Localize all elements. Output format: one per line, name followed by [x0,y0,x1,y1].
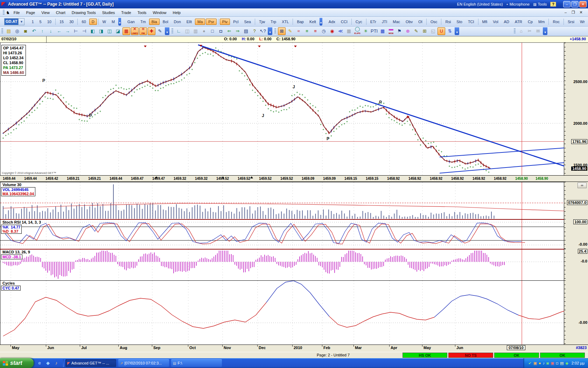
timeframe-10-button[interactable]: 10 [45,19,54,25]
study-mfi-button[interactable]: Mfi [480,19,490,25]
timeframe-5-button[interactable]: 5 [37,19,44,25]
menu-file[interactable]: File [10,10,23,15]
time-cycle-tool[interactable]: ◷ [320,27,328,35]
media-quicklaunch[interactable]: ♪ [53,360,59,366]
portfolio-button[interactable]: ▥ [192,27,200,35]
child-window-icon[interactable]: ♞ [6,10,10,15]
last-bar-button[interactable]: ⊣ [80,27,88,35]
crosshair-toggle[interactable]: ✚ [148,27,155,35]
study-rsi-button[interactable]: Rsi [443,19,453,25]
timeframe-30-button[interactable]: 30 [67,19,76,25]
study-mm-button[interactable]: Mm [536,19,547,25]
study-bia-button[interactable]: Bia [149,19,160,25]
elliott-wave-tool[interactable]: ≈ [295,27,302,35]
feedback-button[interactable]: ✉ [534,27,542,35]
taskbar-task[interactable]: ↗[07/02/2010 07:02:3... [118,359,169,367]
study-adx-button[interactable]: Adx [326,19,338,25]
annotate-page-button[interactable]: ✎ [156,27,164,35]
regression-grid-tool[interactable]: ▦ [379,27,386,35]
timeframe-60-button[interactable]: 60 [79,19,88,25]
study-don-button[interactable]: Don [172,19,183,25]
scroll-left-button[interactable]: ← [55,27,63,35]
child-close-button[interactable]: ✕ [578,10,584,15]
study-vol-button[interactable]: Vol [490,19,500,25]
restore-button[interactable]: ❐ [571,1,579,7]
study-wr-button[interactable]: Wr [578,19,587,25]
child-restore-button[interactable]: ❐ [570,10,576,15]
timeframe-15-button[interactable]: 15 [57,19,66,25]
study-etr-button[interactable]: ETr [368,19,379,25]
menu-studies[interactable]: Studies [99,10,118,15]
stoch-rsi-plot[interactable]: Stoch RSI 14, 14, 3, 3 %K 14.77 %D 8.37 [0,219,564,249]
ellipse-tool[interactable]: ◯ELIPS [354,27,361,35]
taskbar-task[interactable]: ▤F:\ [171,359,222,367]
undo-button[interactable]: ⇐ [225,27,233,35]
save-page-button[interactable]: ◘ [217,27,225,35]
study-cp-button[interactable]: Cp [525,19,535,25]
study-atr-button[interactable]: ATR [512,19,525,25]
chart-settings-button[interactable]: ∟ [175,27,183,35]
magnet-toggle[interactable]: U [438,27,445,35]
study-tci-button[interactable]: TCI [465,19,477,25]
macd-plot[interactable]: MACD 13, 26, 9 MCD -38.1 [0,249,564,280]
cycles-axis[interactable]: -0.00 [564,280,588,345]
study-piv-button[interactable]: Piv [220,19,230,25]
menu-window[interactable]: Window [149,10,169,15]
minimize-button[interactable]: – [563,1,570,7]
tray-shield[interactable]: ● [539,360,541,366]
scroll-down-button[interactable]: ↓ [47,27,55,35]
expand-vertical-button[interactable]: ◫ [106,27,113,35]
study-sto-button[interactable]: Sto [454,19,465,25]
pti-tool[interactable]: PTI [370,27,378,35]
timeframe-overflow-button[interactable]: ▼ [118,18,121,26]
menu-page[interactable]: Page [23,10,38,15]
messenger-quicklaunch[interactable]: ◆ [45,360,51,366]
scroll-up-button[interactable]: ↑ [38,27,46,35]
menu-help[interactable]: Help [170,10,184,15]
tray-writer[interactable]: ▤ [560,360,564,366]
price-plot[interactable]: OP 1454.47HI 1473.26LO 1452.34CL 1458.90… [0,43,564,175]
menu-drawing-tools[interactable]: Drawing Tools [69,10,99,15]
study-xtl-button[interactable]: XTL [279,19,291,25]
time-axis-row[interactable]: MayJunJulAugSepOctNovDec2010FebMarAprMay… [0,345,588,352]
study-bap-button[interactable]: Bap [294,19,306,25]
study-pcl-button[interactable]: Pcl [231,19,241,25]
volume-axis[interactable]: ∞ 0764007.0 [564,182,588,219]
study-bol-button[interactable]: Bol [160,19,171,25]
toolbar-overflow-button[interactable]: ▼ [268,27,272,35]
split-view-button[interactable]: ⇅ [446,27,454,35]
symbol-dropdown-icon[interactable]: ▼ [18,19,24,25]
study-osc-button[interactable]: Osc [428,19,440,25]
study-trp-button[interactable]: Trp [268,19,279,25]
retracement-tool[interactable]: ≡ [303,27,311,35]
print-button[interactable]: ▤ [242,27,250,35]
study-gan-button[interactable]: Gan [125,19,137,25]
study-tm-button[interactable]: Tm [138,19,148,25]
macd-axis[interactable]: 25.4-0.0 [564,249,588,280]
compress-horizontal-button[interactable]: ◨ [97,27,105,35]
expand-horizontal-button[interactable]: ◧ [89,27,97,35]
fib-toggle[interactable]: ≡FIB [139,27,147,35]
grid-tool[interactable]: ▦ [345,27,353,35]
copy-page-button[interactable]: ◱ [429,27,437,35]
new-page-button[interactable]: □ [209,27,216,35]
pitchfork-tool[interactable]: ✳ [362,27,370,35]
trend-line-tool[interactable]: ≡ [312,27,319,35]
redo-button[interactable]: ⇒ [234,27,241,35]
study-kelt-button[interactable]: Kelt [307,19,318,25]
toolbar-grip[interactable] [172,28,173,34]
mob-tool[interactable]: ▬MOB [387,27,395,35]
timeframe-d-button[interactable]: D [89,19,97,25]
price-axis[interactable]: 2500.002000.001781.961500.001458.90 [564,43,588,175]
dots-grid-toggle[interactable]: ▦ [122,27,130,35]
study-srsi-button[interactable]: Srsi [565,19,577,25]
study-cci-button[interactable]: CCI [338,19,350,25]
first-bar-button[interactable]: ⊢ [72,27,80,35]
gann-box-tool[interactable]: ⊠ [278,27,286,35]
camera-button[interactable]: ◫ [183,27,191,35]
study-tjw-button[interactable]: Tjw [257,19,267,25]
cycles-plot[interactable]: Cycles CYC 0.47 [0,280,564,345]
close-button[interactable]: ✕ [579,1,587,7]
help-button[interactable]: ? [251,27,258,35]
find-bars-button[interactable]: ∞ [578,183,587,188]
